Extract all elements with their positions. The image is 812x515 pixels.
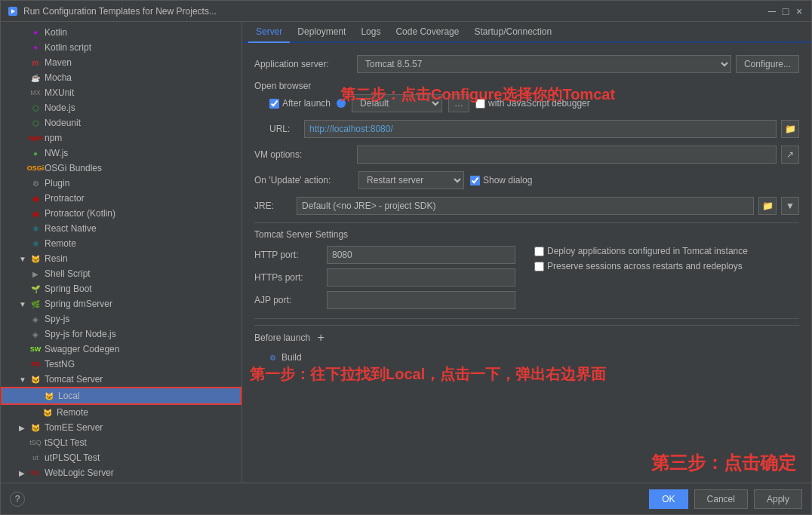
spacer-icon [19,149,28,158]
tab-startup-connection[interactable]: Startup/Connection [466,22,559,43]
sidebar-item-utplsql[interactable]: ut utPLSQL Test [1,450,241,465]
sidebar-item-label: Shell Script [45,268,91,279]
https-port-input[interactable] [327,268,515,287]
sidebar-item-remote-tomcat[interactable]: 🐱 Remote [1,405,241,420]
sidebar-item-remote[interactable]: ⚛ Remote [1,236,241,251]
sidebar-item-label: Nodeunit [45,118,81,128]
maximize-button[interactable]: □ [780,5,792,17]
deploy-apps-text: Deploy applications configured in Tomcat… [547,246,748,256]
sidebar-item-kotlin[interactable]: ✦ Kotlin [1,25,241,40]
sidebar-item-local[interactable]: 🐱 Local [1,387,241,405]
tab-deployment[interactable]: Deployment [290,22,353,43]
weblogic-icon: WL [29,467,42,479]
bottom-left: ? [10,492,25,507]
sidebar-item-osgi[interactable]: OSGi OSGi Bundles [1,161,241,176]
title-bar: Run Configuration Templates for New Proj… [1,1,811,22]
sidebar-item-kotlin-script[interactable]: ✦ Kotlin script [1,40,241,55]
help-button[interactable]: ? [10,492,25,507]
sidebar-item-mxunit[interactable]: MX MXUnit [1,85,241,100]
jre-row: JRE: 📁 ▼ [254,197,799,215]
tomcat-expand-icon: ▼ [19,376,28,384]
sidebar-item-spy-js[interactable]: ◈ Spy-js [1,311,241,326]
build-item[interactable]: ⚙ Build [254,350,799,365]
jre-dropdown-button[interactable]: ▼ [781,197,799,215]
preserve-sessions-checkbox[interactable] [534,262,544,271]
http-port-input[interactable] [327,246,515,264]
spacer-icon [19,360,28,369]
tab-server[interactable]: Server [248,22,290,43]
after-launch-checkbox-label[interactable]: After launch [269,98,331,109]
sidebar-item-label: Remote [45,238,76,249]
sidebar-item-maven[interactable]: m Maven [1,55,241,70]
show-dialog-checkbox[interactable] [470,176,480,185]
jre-folder-button[interactable]: 📁 [758,197,777,215]
vm-options-input[interactable] [357,146,777,164]
update-action-row: On 'Update' action: Restart server Show … [254,171,799,189]
sidebar-item-label: TomEE Server [45,422,103,433]
sidebar-item-npm[interactable]: npm npm [1,130,241,146]
sidebar-item-spring-dm[interactable]: ▼ 🌿 Spring dmServer [1,296,241,311]
sidebar-item-mocha[interactable]: ☕ Mocha [1,70,241,85]
vm-options-row: VM options: ↗ [254,146,799,164]
sidebar-item-protractor-kotlin[interactable]: ◉ Protractor (Kotlin) [1,206,241,221]
ok-button[interactable]: OK [649,489,687,509]
sidebar-item-tomee[interactable]: ▶ 🐱 TomEE Server [1,420,241,435]
sidebar-item-protractor[interactable]: ◉ Protractor [1,191,241,206]
tomee-icon: 🐱 [29,422,42,434]
app-server-select[interactable]: Tomcat 8.5.57 [357,55,731,73]
left-panel: ✦ Kotlin ✦ Kotlin script m Maven ☕ Mocha [1,22,242,483]
sidebar-item-tsqlt[interactable]: tSQ tSQLt Test [1,435,241,450]
sidebar-item-spring-boot[interactable]: 🌱 Spring Boot [1,281,241,296]
url-folder-button[interactable]: 📁 [781,120,799,138]
vm-expand-button[interactable]: ↗ [781,146,799,164]
preserve-sessions-text: Preserve sessions across restarts and re… [547,261,743,271]
window-icon [7,5,19,17]
sidebar-item-resin[interactable]: ▼ 🐱 Resin [1,251,241,266]
show-dialog-label[interactable]: Show dialog [470,175,532,185]
right-panel: Server Deployment Logs Code Coverage Sta… [242,22,811,483]
preserve-sessions-label[interactable]: Preserve sessions across restarts and re… [534,261,799,271]
spacer-icon [19,439,28,447]
cancel-button[interactable]: Cancel [694,489,748,509]
sidebar-item-shell-script[interactable]: ▶ Shell Script [1,266,241,281]
sidebar-item-nodejs[interactable]: ⬡ Node.js [1,100,241,115]
spacer-icon [19,285,28,293]
url-input[interactable] [304,120,777,138]
remote-tomcat-icon: 🐱 [42,406,54,418]
after-launch-checkbox[interactable] [269,99,279,109]
tab-logs[interactable]: Logs [353,22,388,43]
app-server-label: Application server: [254,59,352,69]
deploy-apps-checkbox[interactable] [534,247,544,256]
sidebar-item-label: WebLogic Server [45,467,114,478]
add-before-launch-button[interactable]: + [313,330,328,345]
sidebar-item-label: React Native [45,223,97,234]
deploy-apps-label[interactable]: Deploy applications configured in Tomcat… [534,246,799,256]
sidebar-item-weblogic[interactable]: ▶ WL WebLogic Server [1,465,241,480]
spacer-icon [19,345,28,354]
before-launch-section: Before launch + [254,325,799,350]
spacer-icon [31,409,40,417]
kotlin-script-icon: ✦ [29,41,42,54]
sidebar-item-nwjs[interactable]: ● NW.js [1,146,241,161]
sidebar-item-label: utPLSQL Test [45,452,100,463]
sidebar-item-plugin[interactable]: ⚙ Plugin [1,176,241,191]
apply-button[interactable]: Apply [754,489,802,509]
configure-button[interactable]: Configure... [736,55,799,73]
sidebar-item-label: Swagger Codegen [45,344,119,354]
utplsql-icon: ut [29,452,42,464]
sidebar-item-testng[interactable]: TN TestNG [1,357,241,372]
ajp-port-input[interactable] [327,291,515,309]
sidebar-item-spy-js-node[interactable]: ◈ Spy-js for Node.js [1,326,241,342]
sidebar-item-tomcat-server[interactable]: ▼ 🐱 Tomcat Server [1,372,241,387]
update-action-select[interactable]: Restart server [358,171,464,189]
minimize-button[interactable]: ─ [766,5,778,17]
https-port-label: HTTPs port: [254,272,322,283]
sidebar-item-react-native[interactable]: ⚛ React Native [1,221,241,236]
jre-input[interactable] [297,197,754,215]
close-button[interactable]: × [793,5,805,17]
spacer-icon [19,74,28,82]
sidebar-item-swagger[interactable]: SW Swagger Codegen [1,342,241,357]
tab-code-coverage[interactable]: Code Coverage [388,22,466,43]
sidebar-item-nodeunit[interactable]: ⬡ Nodeunit [1,115,241,130]
ajp-port-row: AJP port: [254,291,519,309]
